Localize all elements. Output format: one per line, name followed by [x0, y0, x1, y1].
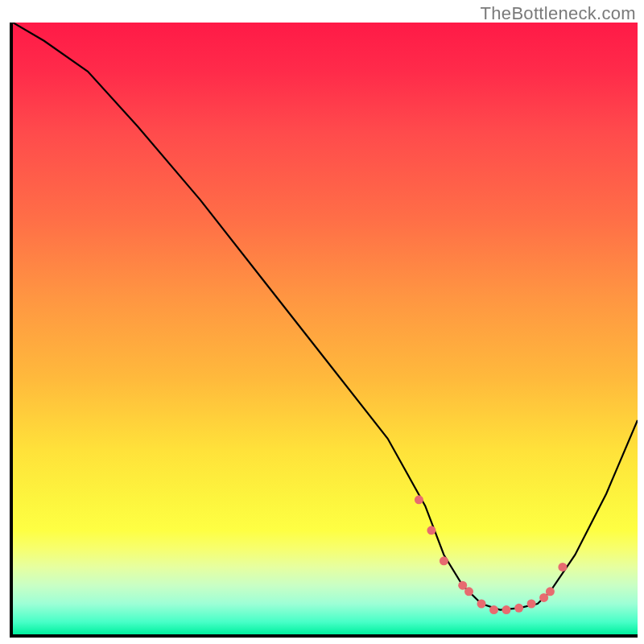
marker-dot	[489, 605, 498, 614]
marker-dot	[546, 587, 555, 596]
marker-dot	[415, 495, 423, 504]
marker-dot	[527, 600, 536, 609]
marker-dot	[558, 563, 567, 572]
chart-svg	[13, 23, 638, 634]
marker-dot	[464, 587, 473, 596]
marker-group	[415, 495, 568, 614]
chart-plot-area	[10, 23, 638, 638]
marker-dot	[514, 604, 523, 613]
marker-dot	[477, 600, 486, 609]
marker-dot	[440, 556, 448, 565]
marker-dot	[427, 526, 436, 535]
curve-line	[13, 23, 638, 610]
marker-dot	[502, 605, 511, 614]
watermark-text: TheBottleneck.com	[481, 3, 636, 24]
